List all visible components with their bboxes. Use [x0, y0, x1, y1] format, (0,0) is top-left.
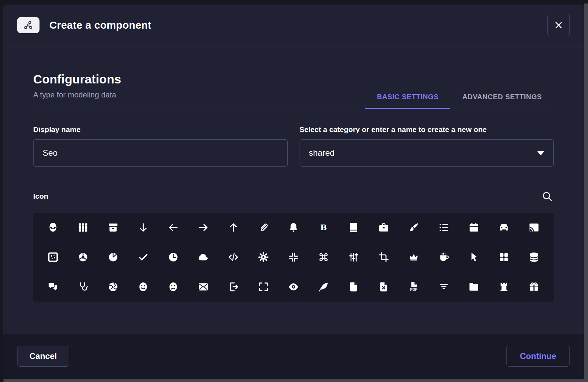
category-select[interactable]: shared: [300, 139, 554, 167]
icon-feather[interactable]: [314, 277, 333, 297]
display-name-label: Display name: [33, 125, 288, 134]
icon-calendar[interactable]: [464, 218, 483, 237]
icon-chart-circle[interactable]: [73, 248, 93, 267]
icon-console[interactable]: [344, 248, 363, 267]
icon-briefcase[interactable]: [374, 218, 393, 237]
section-heading: Configurations: [33, 72, 121, 86]
icon-arrow-down[interactable]: [134, 218, 153, 237]
svg-text:PDF: PDF: [410, 288, 417, 292]
icon-arrow-up[interactable]: [224, 218, 243, 237]
icon-gate[interactable]: [494, 277, 514, 297]
icon-chart-pie[interactable]: [103, 248, 123, 267]
icon-cloud[interactable]: [194, 248, 213, 267]
icon-bold[interactable]: B: [314, 218, 333, 237]
caret-down-icon: [537, 151, 544, 155]
component-icon: [17, 17, 40, 33]
icon-eye[interactable]: [284, 277, 303, 297]
icon-cursor[interactable]: [464, 248, 483, 267]
icon-picker-header: Icon: [33, 190, 554, 203]
display-name-input[interactable]: [33, 139, 288, 167]
tab-advanced-settings[interactable]: ADVANCED SETTINGS: [450, 93, 554, 109]
dialog-header: Create a component: [3, 5, 584, 46]
icon-arrow-left[interactable]: [164, 218, 183, 237]
icon-command[interactable]: [314, 248, 333, 267]
icon-bell[interactable]: [284, 218, 303, 237]
icon-envelop[interactable]: [194, 277, 213, 297]
icon-car[interactable]: [494, 218, 514, 237]
category-label: Select a category or enter a name to cre…: [300, 125, 554, 134]
page-background-strip-bottom: [3, 379, 588, 382]
tab-basic-settings[interactable]: BASIC SETTINGS: [365, 93, 450, 109]
icon-database[interactable]: [524, 248, 544, 267]
dialog-footer: Cancel Continue: [3, 333, 584, 379]
icon-gift[interactable]: [524, 277, 544, 297]
icon-doctor[interactable]: [73, 277, 93, 297]
form-fields: Display name Select a category or enter …: [33, 125, 554, 167]
category-selected-value: shared: [309, 148, 335, 158]
dialog-body: Configurations A type for modeling data …: [3, 46, 584, 333]
icon-emotion-unhappy[interactable]: [164, 277, 183, 297]
icon-cast[interactable]: [524, 218, 544, 237]
icon-apps[interactable]: [73, 218, 93, 237]
icon-alien[interactable]: [43, 218, 63, 237]
icon-clock[interactable]: [164, 248, 183, 267]
icon-bullet-list[interactable]: [434, 218, 453, 237]
search-icon: [542, 191, 553, 202]
icon-crop[interactable]: [374, 248, 393, 267]
icon-search-button[interactable]: [540, 190, 554, 203]
icon-discuss[interactable]: [43, 277, 63, 297]
icon-earth[interactable]: [103, 277, 123, 297]
icon-exit[interactable]: [224, 277, 243, 297]
icon-crown[interactable]: [404, 248, 423, 267]
icon-book[interactable]: [344, 218, 363, 237]
icon-arrow-right[interactable]: [194, 218, 213, 237]
icon-folder[interactable]: [464, 277, 483, 297]
icon-emotion-happy[interactable]: [134, 277, 153, 297]
icon-code[interactable]: [224, 248, 243, 267]
icon-file-error[interactable]: [374, 277, 393, 297]
icon-collapse[interactable]: [284, 248, 303, 267]
section-header: Configurations A type for modeling data …: [33, 72, 554, 109]
icon-cup[interactable]: [434, 248, 453, 267]
icon-picker-label: Icon: [33, 192, 48, 200]
dialog-title: Create a component: [49, 19, 151, 31]
create-component-dialog: Create a component Configurations A type…: [3, 5, 584, 379]
icon-attachment[interactable]: [254, 218, 273, 237]
cancel-button[interactable]: Cancel: [17, 346, 69, 367]
section-headings: Configurations A type for modeling data: [33, 72, 121, 109]
section-subheading: A type for modeling data: [33, 90, 121, 100]
icon-grid: BPDF: [33, 213, 554, 302]
svg-text:B: B: [320, 223, 327, 232]
icon-file-pdf[interactable]: PDF: [404, 277, 423, 297]
icon-expand[interactable]: [254, 277, 273, 297]
icon-dashboard[interactable]: [494, 248, 514, 267]
close-button[interactable]: [547, 14, 570, 36]
display-name-field-group: Display name: [33, 125, 288, 167]
icon-check[interactable]: [134, 248, 153, 267]
continue-button[interactable]: Continue: [506, 346, 570, 367]
category-field-group: Select a category or enter a name to cre…: [300, 125, 554, 167]
icon-archive[interactable]: [103, 218, 123, 237]
close-icon: [553, 20, 564, 30]
icon-cog[interactable]: [254, 248, 273, 267]
icon-file[interactable]: [344, 277, 363, 297]
icon-filter[interactable]: [434, 277, 453, 297]
page-background-strip-right: [584, 3, 588, 382]
icon-chart-bubble[interactable]: [43, 248, 63, 267]
icon-brush[interactable]: [404, 218, 423, 237]
settings-tabs: BASIC SETTINGS ADVANCED SETTINGS: [365, 93, 554, 109]
